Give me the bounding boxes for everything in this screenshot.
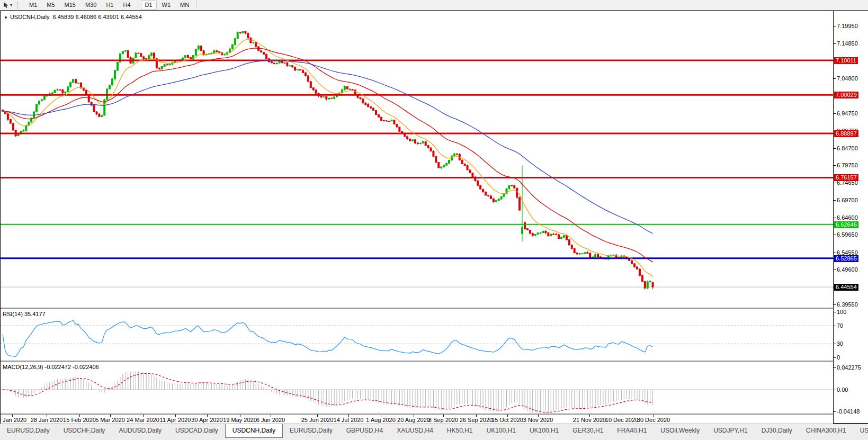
candle-body (151, 53, 153, 56)
candle-body (597, 255, 599, 257)
chart-tab-bar: EURUSD,DailyUSDCHF,DailyAUDUSD,DailyUSDC… (0, 424, 868, 440)
timeframe-button-M5[interactable]: M5 (42, 1, 59, 10)
date-axis[interactable]: 9 Jan 202028 Jan 202015 Feb 20205 Mar 20… (1, 415, 833, 424)
price-axis-tick (834, 148, 836, 149)
candle-body (352, 89, 353, 90)
price-axis-tick (834, 357, 836, 358)
candle-body (346, 86, 348, 89)
date-axis-label: 5 Mar 2020 (95, 417, 125, 423)
toolbar-grip[interactable] (17, 2, 20, 8)
candle-body (310, 82, 311, 88)
macd-panel-separator[interactable] (1, 361, 867, 362)
timeframe-button-M15[interactable]: M15 (60, 1, 80, 10)
candle-body (500, 196, 502, 199)
chart-area[interactable]: ▼USDCNH,Daily 6.45839 6.46086 6.43901 6.… (0, 11, 868, 424)
candle-body (526, 229, 528, 230)
timeframe-button-H4[interactable]: H4 (119, 1, 135, 10)
trading-terminal-window: ▾ M1M5M15M30H1H4D1W1MN ▼USDCNH,Daily 6.4… (0, 0, 868, 440)
chart-tab-china300-h1[interactable]: CHINA300,H1 (799, 424, 853, 438)
chart-tab-usoil-weekly[interactable]: USOil,Weekly (654, 424, 706, 438)
timeframe-button-M1[interactable]: M1 (25, 1, 41, 10)
toolbar-separator (196, 1, 196, 8)
price-axis-tick (834, 26, 836, 26)
candle-body (263, 52, 265, 55)
timeframe-button-H1[interactable]: H1 (102, 1, 118, 10)
price-axis-tick (834, 235, 836, 235)
candle-body (331, 98, 333, 98)
date-axis-separator (1, 414, 867, 415)
candle-body (281, 61, 283, 63)
price-axis-label: 70 (837, 322, 843, 329)
moving-average-slow[interactable] (3, 61, 653, 234)
collapse-chart-icon[interactable]: ▼ (4, 15, 8, 20)
chart-tab-usdjpy-h1[interactable]: USDJPY,H1 (706, 424, 754, 438)
price-axis-label: 6.59650 (837, 231, 858, 238)
chart-tab-usdchf-daily[interactable]: USDCHF,Daily (57, 424, 112, 438)
chart-tab-hk50-h1[interactable]: HK50,H1 (440, 424, 480, 438)
chart-tab-usdcad-daily[interactable]: USDCAD,Daily (168, 424, 225, 438)
rsi-panel-separator[interactable] (1, 308, 867, 309)
timeframe-button-W1[interactable]: W1 (158, 1, 175, 10)
candle-body (427, 146, 429, 148)
main-price-chart[interactable] (1, 11, 833, 308)
candle-body (487, 195, 489, 196)
timeframe-toolbar: ▾ M1M5M15M30H1H4D1W1MN (0, 0, 868, 11)
candle-body (255, 43, 257, 47)
candle-body (571, 245, 572, 248)
price-axis-tick (834, 78, 836, 79)
chart-tab-eurusd-daily[interactable]: EURUSD,Daily (283, 424, 339, 438)
candle-body (39, 101, 40, 104)
chart-tab-fra40-h1[interactable]: FRA40,H1 (610, 424, 654, 438)
price-axis-label: 6.49600 (837, 266, 858, 273)
cursor-tool-dropdown-icon[interactable]: ▾ (10, 3, 12, 7)
candle-body (297, 69, 299, 70)
timeframe-button-D1[interactable]: D1 (141, 1, 157, 10)
candle-body (41, 100, 42, 101)
candle-body (77, 83, 79, 83)
candle-body (312, 88, 314, 90)
chart-tab-eurusd-daily[interactable]: EURUSD,Daily (0, 424, 57, 438)
candle-body (482, 189, 484, 192)
candle-body (652, 283, 654, 287)
candle-body (287, 63, 288, 66)
candle-body (59, 89, 61, 90)
candle-body (595, 255, 596, 257)
candle-body (584, 253, 586, 254)
candle-body (349, 89, 351, 89)
candle-body (73, 79, 74, 83)
candle-body (566, 236, 567, 240)
date-axis-label: 30 Apr 2020 (191, 417, 222, 423)
chart-tab-ger30-h1[interactable]: GER30,H1 (566, 424, 610, 438)
candle-body (62, 90, 64, 93)
chart-tab-dj30-daily[interactable]: DJ30,Daily (755, 424, 799, 438)
candle-body (12, 123, 14, 130)
price-axis-tick (834, 304, 836, 305)
candle-body (370, 107, 372, 109)
chart-tab-audusd-daily[interactable]: AUDUSD,Daily (112, 424, 168, 438)
candle-body (649, 281, 651, 282)
cursor-tool-icon[interactable] (2, 1, 10, 9)
price-axis-label: 6.69700 (837, 197, 858, 204)
toolbar-separator (138, 1, 138, 8)
chart-tab-usoil[interactable]: USOil, (853, 424, 868, 438)
candle-body (524, 222, 526, 229)
moving-average-mid[interactable] (3, 48, 653, 262)
price-axis-tick (834, 200, 836, 201)
candle-body (391, 120, 392, 121)
candle-body (644, 282, 646, 288)
timeframe-button-MN[interactable]: MN (176, 1, 193, 10)
candle-body (393, 120, 395, 124)
price-axis[interactable]: 7.199507.148507.048006.947506.897006.847… (833, 11, 868, 423)
candle-body (242, 31, 244, 33)
chart-tab-xauusd-h4[interactable]: XAUUSD,H4 (390, 424, 440, 438)
price-axis-tick (834, 367, 836, 368)
price-axis-tick (834, 270, 836, 270)
candle-body (326, 96, 327, 99)
date-axis-label: 3 Nov 2020 (523, 417, 553, 423)
chart-tab-usdcnh-daily[interactable]: USDCNH,Daily (225, 424, 283, 438)
candle-body (112, 79, 113, 85)
chart-tab-uk100-h1[interactable]: UK100,H1 (523, 424, 566, 438)
chart-tab-uk100-h1[interactable]: UK100,H1 (480, 424, 523, 438)
chart-tab-gbpusd-h4[interactable]: GBPUSD,H4 (339, 424, 390, 438)
timeframe-button-M30[interactable]: M30 (81, 1, 101, 10)
